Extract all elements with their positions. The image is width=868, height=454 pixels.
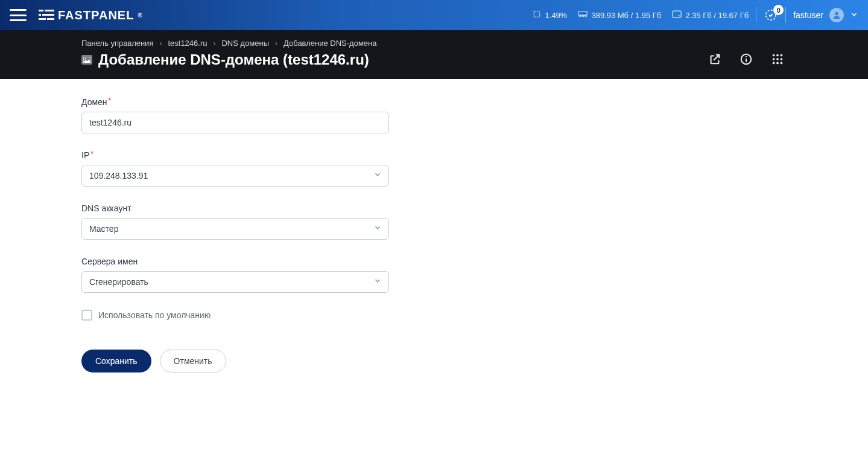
- cancel-button[interactable]: Отменить: [160, 350, 226, 372]
- header-stats: 1.49% 389.93 Мб / 1.95 Гб 2.35 Гб / 19.6…: [532, 10, 749, 21]
- stat-cpu[interactable]: 1.49%: [532, 10, 568, 21]
- logo[interactable]: FASTPANEL ®: [39, 8, 143, 22]
- dns-account-label: DNS аккаунт: [81, 203, 389, 213]
- menu-toggle-button[interactable]: [10, 9, 27, 21]
- breadcrumb-item[interactable]: test1246.ru: [168, 39, 207, 48]
- svg-point-22: [746, 56, 747, 57]
- stat-memory[interactable]: 389.93 Мб / 1.95 Гб: [578, 10, 661, 21]
- info-button[interactable]: [740, 53, 753, 68]
- domain-input[interactable]: [81, 112, 389, 133]
- svg-rect-4: [39, 18, 46, 20]
- domain-label: Домен*: [81, 97, 389, 107]
- form-content: Домен* IP* DNS аккаунт: [0, 79, 868, 397]
- svg-point-19: [84, 58, 86, 59]
- chevron-right-icon: ›: [159, 39, 162, 48]
- svg-point-25: [781, 54, 783, 57]
- svg-rect-7: [578, 11, 587, 15]
- memory-icon: [578, 10, 588, 21]
- svg-rect-2: [39, 14, 41, 16]
- svg-point-28: [781, 58, 783, 60]
- stat-disk[interactable]: 2.35 Гб / 19.67 Гб: [672, 10, 749, 21]
- logo-text: FASTPANEL: [58, 8, 134, 22]
- page-title: Добавление DNS-домена (test1246.ru): [98, 51, 369, 68]
- stat-cpu-value: 1.49%: [545, 11, 568, 20]
- svg-rect-1: [45, 10, 54, 11]
- svg-point-17: [835, 12, 838, 15]
- ip-label: IP*: [81, 150, 389, 160]
- chevron-right-icon: ›: [275, 39, 277, 48]
- ip-select[interactable]: [81, 165, 389, 187]
- svg-point-15: [679, 15, 680, 16]
- disk-icon: [672, 10, 682, 21]
- stat-memory-value: 389.93 Мб / 1.95 Гб: [591, 11, 661, 20]
- svg-point-23: [773, 54, 775, 57]
- cpu-icon: [532, 10, 542, 21]
- use-default-label: Использовать по умолчанию: [98, 310, 211, 320]
- svg-rect-3: [42, 14, 54, 16]
- svg-point-31: [781, 62, 783, 65]
- breadcrumb-item[interactable]: DNS домены: [221, 39, 269, 48]
- apps-grid-button[interactable]: [771, 53, 784, 68]
- nameservers-label: Сервера имен: [81, 257, 389, 266]
- logo-icon: [39, 10, 54, 21]
- avatar-icon: [829, 8, 844, 22]
- breadcrumb: Панель управления › test1246.ru › DNS до…: [81, 39, 377, 48]
- nameservers-select[interactable]: [81, 271, 389, 293]
- notifications-badge: 0: [773, 5, 784, 15]
- breadcrumb-item: Добавление DNS-домена: [284, 39, 376, 48]
- svg-point-26: [773, 58, 775, 60]
- save-button[interactable]: Сохранить: [81, 350, 151, 372]
- chevron-down-icon: [850, 10, 858, 21]
- svg-point-24: [776, 54, 779, 57]
- notifications-button[interactable]: 0: [764, 8, 778, 22]
- open-external-button[interactable]: [708, 53, 721, 68]
- dns-account-select[interactable]: [81, 218, 389, 240]
- image-icon: [81, 55, 92, 65]
- chevron-right-icon: ›: [213, 39, 215, 48]
- logo-reg: ®: [138, 12, 142, 19]
- stat-disk-value: 2.35 Гб / 19.67 Гб: [685, 11, 749, 20]
- username-label: fastuser: [793, 10, 823, 20]
- svg-point-29: [773, 62, 775, 65]
- breadcrumb-item[interactable]: Панель управления: [81, 39, 153, 48]
- use-default-checkbox[interactable]: [81, 310, 92, 321]
- user-menu[interactable]: fastuser: [793, 8, 858, 22]
- svg-rect-0: [39, 10, 43, 11]
- svg-rect-5: [47, 18, 54, 20]
- divider: [785, 7, 786, 23]
- top-bar: FASTPANEL ® 1.49% 389.93 Мб / 1.95 Гб 2.…: [0, 0, 868, 30]
- svg-rect-6: [534, 11, 539, 17]
- page-subheader: Панель управления › test1246.ru › DNS до…: [0, 30, 868, 79]
- svg-point-27: [776, 58, 779, 60]
- svg-rect-14: [673, 11, 681, 18]
- svg-point-30: [776, 62, 779, 65]
- divider: [756, 7, 756, 23]
